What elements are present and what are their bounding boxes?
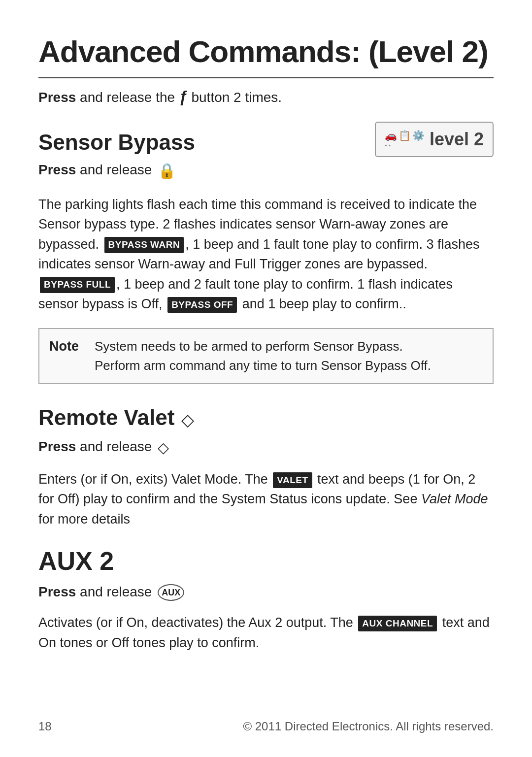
note-line2: Perform arm command any time to turn Sen… (95, 356, 431, 375)
f-button-icon: ƒ (179, 88, 188, 105)
aux2-section: AUX 2 Press and release AUX Activates (o… (38, 543, 494, 653)
bypass-off-badge: BYPASS OFF (167, 297, 237, 313)
remote-valet-press: Press and release ◇ (38, 437, 494, 459)
note-line1: System needs to be armed to perform Sens… (95, 337, 431, 356)
badge-book-icon: 📋 (399, 131, 411, 140)
footer: 18 © 2011 Directed Electronics. All righ… (38, 708, 494, 735)
aux2-press: Press and release AUX (38, 582, 494, 602)
subtitle-press: Press (38, 90, 76, 105)
badge-car-icon: 🚗 (385, 131, 397, 140)
valet-key-icon: ◇ (158, 437, 169, 459)
sensor-bypass-heading: Sensor Bypass (38, 127, 195, 158)
bypass-full-badge: BYPASS FULL (40, 277, 115, 293)
level2-label: level 2 (430, 127, 484, 152)
remote-valet-section: Remote Valet ◇ Press and release ◇ Enter… (38, 402, 494, 529)
aux2-body: Activates (or if On, deactivates) the Au… (38, 613, 494, 653)
bypass-warn-badge: BYPASS WARN (104, 237, 184, 253)
level2-badge: 🚗 📋 ⚙️ ▪ ▪ level 2 (375, 122, 494, 157)
aux-channel-badge: AUX CHANNEL (358, 616, 437, 632)
valet-icon: ◇ (181, 408, 194, 432)
note-label: Note (49, 337, 84, 356)
aux-circle-icon: AUX (158, 584, 184, 601)
remote-valet-body: Enters (or if On, exits) Valet Mode. The… (38, 469, 494, 529)
lock-icon: 🔒 (158, 160, 176, 182)
note-content: System needs to be armed to perform Sens… (95, 337, 431, 375)
sensor-bypass-press: Press and release 🔒 (38, 160, 195, 182)
subtitle-end: button 2 times. (188, 90, 282, 105)
sensor-bypass-body: The parking lights flash each time this … (38, 195, 494, 314)
valet-mode-italic: Valet Mode (421, 492, 488, 506)
note-box: Note System needs to be armed to perform… (38, 328, 494, 384)
sensor-bypass-section: Sensor Bypass Press and release 🔒 🚗 📋 ⚙️… (38, 127, 494, 384)
page-number: 18 (38, 718, 52, 735)
aux2-heading: AUX 2 (38, 543, 494, 580)
copyright: © 2011 Directed Electronics. All rights … (243, 718, 494, 735)
subtitle: Press and release the ƒ button 2 times. (38, 85, 494, 108)
valet-badge: VALET (273, 472, 312, 489)
badge-settings-icon: ⚙️ (412, 131, 425, 140)
remote-valet-heading: Remote Valet (38, 402, 174, 433)
page-title: Advanced Commands: (Level 2) (38, 30, 494, 78)
subtitle-text: and release the (76, 90, 179, 105)
